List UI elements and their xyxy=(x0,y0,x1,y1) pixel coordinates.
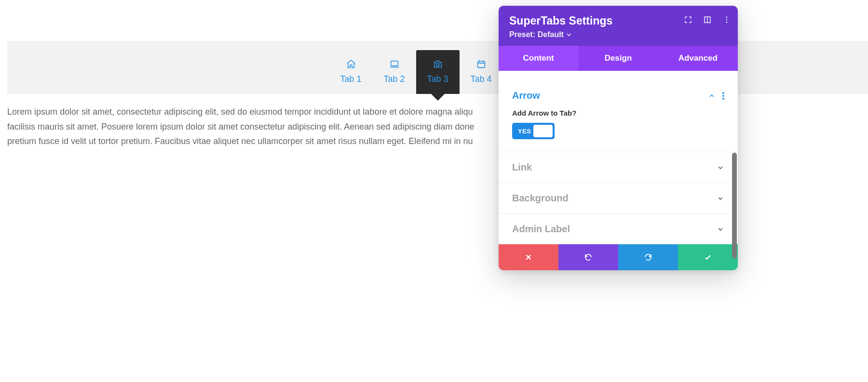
panel-footer xyxy=(499,244,738,270)
caret-down-icon xyxy=(567,32,571,37)
tabs-bar: Tab 1 Tab 2 Tab 3 Tab 4 Tab 5 xyxy=(7,41,868,94)
tab-label: Tab 1 xyxy=(340,74,361,84)
panel-tab-content[interactable]: Content xyxy=(499,46,578,71)
svg-point-7 xyxy=(726,19,728,21)
tab-4[interactable]: Tab 4 xyxy=(460,52,503,88)
tab-label: Tab 2 xyxy=(383,74,405,84)
undo-icon xyxy=(584,253,593,262)
section-arrow: Arrow Add Arrow to Tab? YES xyxy=(499,80,738,152)
home-icon xyxy=(346,59,356,69)
panel-tab-design[interactable]: Design xyxy=(578,46,658,71)
section-link-header[interactable]: Link xyxy=(512,162,724,173)
section-admin-label: Admin Label xyxy=(499,214,738,244)
section-link: Link xyxy=(499,152,738,183)
expand-icon[interactable] xyxy=(684,15,692,24)
chevron-down-icon xyxy=(717,195,724,202)
section-background-header[interactable]: Background xyxy=(512,193,724,204)
panel-body: Arrow Add Arrow to Tab? YES Link xyxy=(499,71,738,244)
section-arrow-header[interactable]: Arrow xyxy=(512,90,724,101)
tabs-preview: Tab 1 Tab 2 Tab 3 Tab 4 Tab 5 xyxy=(7,41,868,149)
toggle-value: YES xyxy=(512,128,531,135)
panel-tab-advanced[interactable]: Advanced xyxy=(658,46,738,71)
section-arrow-body: Add Arrow to Tab? YES xyxy=(512,101,724,142)
settings-panel: SuperTabs Settings Preset: Default Conte… xyxy=(499,6,738,270)
close-icon xyxy=(524,253,533,262)
section-title: Admin Label xyxy=(512,224,570,235)
svg-point-6 xyxy=(726,16,728,18)
undo-button[interactable] xyxy=(558,244,618,270)
check-icon xyxy=(704,253,712,262)
calendar-icon xyxy=(476,59,487,69)
section-background: Background xyxy=(499,183,738,214)
section-more-icon[interactable] xyxy=(722,92,724,100)
scrollbar-thumb[interactable] xyxy=(732,153,737,259)
panel-header: SuperTabs Settings Preset: Default xyxy=(499,6,738,46)
camera-icon xyxy=(433,59,443,69)
chevron-up-icon xyxy=(708,92,716,100)
tab-label: Tab 4 xyxy=(470,74,491,84)
panel-header-actions xyxy=(684,15,731,24)
section-title: Link xyxy=(512,162,532,173)
tab-content-text: Lorem ipsum dolor sit amet, consectetur … xyxy=(7,94,494,149)
section-title: Background xyxy=(512,193,569,204)
tab-2[interactable]: Tab 2 xyxy=(373,52,416,88)
chevron-down-icon xyxy=(717,164,724,171)
preset-selector[interactable]: Preset: Default xyxy=(509,30,571,39)
section-admin-label-header[interactable]: Admin Label xyxy=(512,224,724,235)
tab-label: Tab 3 xyxy=(427,74,448,84)
svg-point-1 xyxy=(436,63,439,66)
toggle-knob xyxy=(533,125,553,137)
columns-icon[interactable] xyxy=(703,15,712,24)
svg-rect-0 xyxy=(391,61,398,66)
tab-3[interactable]: Tab 3 xyxy=(416,50,460,94)
field-label: Add Arrow to Tab? xyxy=(512,109,724,117)
cancel-button[interactable] xyxy=(499,244,558,270)
add-arrow-toggle[interactable]: YES xyxy=(512,123,555,139)
preset-label: Preset: Default xyxy=(509,30,564,39)
svg-point-8 xyxy=(726,22,728,23)
panel-tabs: Content Design Advanced xyxy=(499,46,738,71)
tab-1[interactable]: Tab 1 xyxy=(329,52,373,88)
svg-rect-2 xyxy=(477,62,485,68)
chevron-down-icon xyxy=(717,225,724,233)
section-title: Arrow xyxy=(512,90,540,101)
confirm-button[interactable] xyxy=(678,244,738,270)
redo-icon xyxy=(644,253,652,262)
redo-button[interactable] xyxy=(618,244,678,270)
laptop-icon xyxy=(389,59,400,69)
more-icon[interactable] xyxy=(722,15,731,24)
